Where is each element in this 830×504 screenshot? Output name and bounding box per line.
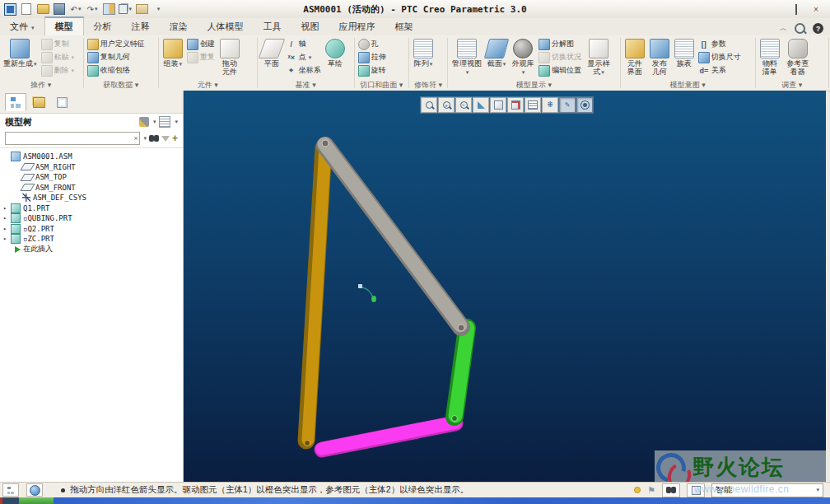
plane-button[interactable]: 平面 [260, 37, 283, 68]
graphics-viewport[interactable]: + − ⁜ ✎ 野火论坛 [184, 91, 826, 482]
tree-item-asm-def-csys[interactable]: ASM_DEF_CSYS [2, 193, 181, 203]
expand-icon[interactable]: ▸ [2, 205, 8, 212]
tree-item-zc[interactable]: ▸▫ZC.PRT [2, 234, 181, 245]
section-button[interactable]: 截面▾ [485, 37, 508, 69]
point-button[interactable]: ˣ×点▾ [285, 51, 322, 63]
assemble-button[interactable]: 组装▾ [161, 37, 184, 69]
datum-display-button[interactable]: ⁜ [542, 97, 558, 113]
pattern-button[interactable]: 阵列▾ [412, 37, 435, 69]
selection-filter-dropdown[interactable]: 智能▾ [711, 483, 823, 497]
exploded-view-button[interactable]: 分解图 [538, 38, 582, 50]
panel-tab-folder-browser[interactable] [28, 93, 49, 111]
group-label-operations[interactable]: 操作 ▾ [2, 79, 81, 91]
group-label-model-intent[interactable]: 模型意图 ▾ [623, 79, 753, 91]
create-button[interactable]: 创建 [186, 38, 216, 50]
tab-file[interactable]: 文件 ▾ [0, 18, 44, 35]
panel-tab-model-tree[interactable] [5, 93, 26, 111]
find-icon[interactable] [149, 135, 154, 142]
zoom-out-button[interactable]: − [455, 97, 472, 113]
drag-components-button[interactable]: 拖动元件 [217, 37, 242, 77]
select-box-button[interactable] [687, 483, 705, 497]
hole-button[interactable]: 孔 [357, 38, 387, 50]
tree-item-q1[interactable]: ▸Q1.PRT [2, 203, 181, 214]
tree-settings-icon[interactable] [159, 116, 170, 128]
tab-applications[interactable]: 应用程序 [329, 18, 385, 35]
status-indicator-icon[interactable] [634, 487, 641, 493]
customize-toolbar-button[interactable]: ▾ [152, 3, 165, 16]
expand-icon[interactable]: ▸ [2, 226, 8, 232]
close-window-button[interactable] [135, 3, 148, 16]
minimize-ribbon-icon[interactable]: ︿ [780, 23, 787, 34]
saved-orientations-button[interactable] [507, 97, 524, 113]
tab-manikin[interactable]: 人体模型 [198, 18, 254, 35]
display-style-button-vp[interactable] [490, 97, 506, 113]
relations-button[interactable]: d=关系 [697, 64, 742, 77]
tree-item-q2[interactable]: ▸▫Q2.PRT [2, 224, 181, 235]
sketch-button[interactable]: 草绘 [324, 37, 347, 68]
tree-settings-dropdown[interactable]: ▾ [175, 119, 178, 125]
group-label-model-display[interactable]: 模型显示 ▾ [450, 79, 618, 91]
udf-button[interactable]: 用户定义特征 [86, 38, 146, 50]
tab-analysis[interactable]: 分析 [84, 18, 122, 35]
axis-button[interactable]: /轴 [285, 38, 322, 50]
tab-annotate[interactable]: 注释 [122, 18, 160, 35]
group-label-get-data[interactable]: 获取数据 ▾ [86, 79, 156, 91]
group-label-modifiers[interactable]: 修饰符 ▾ [412, 79, 445, 91]
restore-button[interactable] [790, 5, 802, 14]
clear-search-icon[interactable]: × [133, 134, 138, 142]
edit-position-button[interactable]: 编辑位置 [538, 64, 582, 77]
family-table-button[interactable]: 族表 [673, 37, 696, 68]
spin-center-button[interactable] [576, 97, 593, 113]
view-manager-button[interactable] [525, 97, 541, 113]
tab-tools[interactable]: 工具 [254, 18, 291, 35]
toggle-model-tree-button[interactable] [2, 483, 19, 497]
add-filter-icon[interactable]: + [172, 133, 178, 144]
windows-button[interactable]: ▾ [119, 3, 132, 16]
search-options-dropdown[interactable]: ▾ [143, 135, 147, 142]
annotation-display-button[interactable]: ✎ [559, 97, 576, 113]
new-button[interactable] [20, 3, 33, 16]
publish-geometry-button[interactable]: 发布几何 [648, 37, 671, 77]
copy-button[interactable]: 复制 [40, 38, 76, 50]
tree-item-asm[interactable]: ASM0001.ASM [2, 152, 181, 162]
appearances-button[interactable]: 外观库▾ [510, 37, 536, 77]
refit-button[interactable] [421, 97, 437, 113]
bom-button[interactable]: 物料清单 [758, 37, 781, 77]
tree-search-input[interactable] [6, 133, 139, 143]
switch-state-button[interactable]: 切换状况 [538, 51, 582, 63]
switch-dims-button[interactable]: 切换尺寸 [697, 51, 742, 63]
paste-button[interactable]: 粘贴▾ [40, 51, 76, 63]
component-interface-button[interactable]: 元件界面 [623, 37, 646, 77]
parameters-button[interactable]: []参数 [697, 38, 742, 50]
group-label-component[interactable]: 元件 ▾ [161, 79, 254, 91]
tree-item-qubing[interactable]: ▸▫QUBING.PRT [2, 213, 181, 224]
revolve-button[interactable]: 旋转 [357, 64, 387, 77]
expand-icon[interactable]: ▸ [2, 236, 8, 242]
app-icon[interactable] [3, 3, 16, 16]
reference-viewer-button[interactable]: 参考查看器 [783, 37, 813, 77]
tree-item-asm-right[interactable]: ASM_RIGHT [2, 162, 181, 173]
tree-item-asm-top[interactable]: ASM_TOP [2, 172, 181, 183]
search-icon[interactable] [795, 23, 805, 34]
tab-model[interactable]: 模型 [44, 16, 84, 35]
panel-tab-favorites[interactable] [51, 93, 72, 111]
help-icon[interactable]: ? [813, 23, 823, 34]
save-button[interactable] [53, 3, 66, 16]
regenerate-button[interactable]: 重新生成▾ [2, 37, 39, 69]
copy-geometry-button[interactable]: 复制几何 [86, 51, 146, 63]
find-button[interactable] [662, 483, 680, 497]
redo-button[interactable]: ↷▾ [86, 3, 99, 16]
manage-views-button[interactable]: 管理视图▾ [450, 37, 483, 77]
undo-button[interactable]: ↶▾ [69, 3, 82, 16]
close-button[interactable]: × [810, 5, 822, 14]
shrinkwrap-button[interactable]: 收缩包络 [86, 64, 146, 77]
tab-view[interactable]: 视图 [291, 18, 329, 35]
repaint-button[interactable] [473, 97, 489, 113]
display-style-button[interactable]: 显示样式▾ [584, 37, 613, 77]
tab-framework[interactable]: 框架 [385, 18, 423, 35]
delete-button[interactable]: 删除▾ [40, 64, 76, 77]
expand-icon[interactable]: ▸ [2, 215, 8, 222]
tree-item-insert-here[interactable]: 在此插入 [2, 245, 181, 255]
flag-icon[interactable]: ⚑ [647, 485, 655, 496]
browser-button[interactable] [26, 483, 43, 497]
